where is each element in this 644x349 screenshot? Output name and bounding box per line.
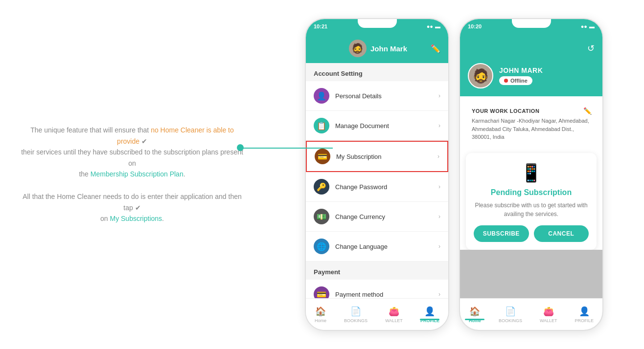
phone1-header-center: 🧔 John Mark bbox=[349, 40, 407, 57]
nav-profile-1[interactable]: 👤 PROFILE bbox=[420, 306, 439, 323]
phone1-body: Account Setting 👤 Personal Details › 📋 M… bbox=[306, 63, 448, 298]
subscribe-button[interactable]: SUBSCRIBE bbox=[474, 225, 529, 242]
arrow-icon: › bbox=[437, 153, 439, 160]
offline-text: Offline bbox=[510, 78, 528, 84]
battery-icon-2: ▬ bbox=[589, 23, 595, 29]
profile-info: JOHN MARK Offline bbox=[499, 66, 595, 85]
pending-title: Pending Subscription bbox=[474, 188, 589, 197]
avatar-2: 🧔 bbox=[468, 63, 493, 88]
wallet-icon: 👛 bbox=[389, 306, 399, 317]
nav-wallet-label: WALLET bbox=[385, 318, 403, 323]
personal-details-label: Personal Details bbox=[335, 92, 438, 100]
nav-wallet-2[interactable]: 👛 WALLET bbox=[540, 306, 557, 323]
menu-item-manage-document[interactable]: 📋 Manage Document › bbox=[306, 111, 448, 141]
signal-icon-2: ●● bbox=[581, 23, 587, 29]
payment-method-label: Payment method bbox=[335, 291, 438, 298]
profile-name: JOHN MARK bbox=[499, 66, 595, 74]
phone-2: 10:20 ●● ▬ ↺ 🧔 JOHN MARK Offline bbox=[459, 18, 603, 331]
status-right-1: ●● ▬ bbox=[427, 23, 440, 29]
currency-label: Change Currency bbox=[335, 213, 438, 220]
modal-buttons: SUBSCRIBE CANCEL bbox=[474, 225, 589, 242]
check-icon-2: ✔ bbox=[135, 204, 141, 212]
avatar-1: 🧔 bbox=[349, 40, 367, 57]
arrow-icon: › bbox=[438, 213, 440, 220]
nav-home-2[interactable]: 🏠 Home bbox=[469, 306, 481, 323]
menu-item-change-language[interactable]: 🌐 Change Language › bbox=[306, 232, 448, 262]
work-location-address: Karmachari Nagar -Khodiyar Nagar, Ahmeda… bbox=[472, 117, 591, 141]
phone2-profile: 🧔 JOHN MARK Offline bbox=[460, 63, 602, 96]
nav-wallet-label-2: WALLET bbox=[540, 318, 557, 323]
home-icon-2: 🏠 bbox=[469, 306, 480, 317]
arrow-icon: › bbox=[438, 243, 440, 250]
menu-item-change-currency[interactable]: 💵 Change Currency › bbox=[306, 202, 448, 232]
account-setting-label: Account Setting bbox=[306, 63, 448, 81]
manage-doc-icon: 📋 bbox=[314, 118, 329, 133]
phone1-username: John Mark bbox=[370, 44, 407, 53]
nav-bookings-label-2: BOOKINGS bbox=[499, 318, 522, 323]
pending-modal: 📱 Pending Subscription Please subscribe … bbox=[466, 153, 597, 250]
language-icon: 🌐 bbox=[314, 239, 329, 254]
currency-icon: 💵 bbox=[314, 209, 329, 224]
arrow-icon: › bbox=[438, 92, 440, 99]
password-icon: 🔑 bbox=[314, 179, 329, 195]
bottom-nav-1: 🏠 Home 📄 BOOKINGS 👛 WALLET 👤 PROFILE bbox=[306, 298, 448, 330]
battery-icon: ▬ bbox=[435, 23, 440, 29]
left-content: The unique feature that will ensure that… bbox=[0, 0, 264, 349]
phone-1: 10:21 ●● ▬ 🧔 John Mark ✏️ Account Settin… bbox=[305, 18, 449, 331]
phone1-header: 🧔 John Mark ✏️ bbox=[306, 34, 448, 63]
subscription-icon: 💳 bbox=[315, 149, 330, 164]
menu-item-payment-method[interactable]: 💳 Payment method › bbox=[306, 280, 448, 298]
personal-details-icon: 👤 bbox=[314, 88, 329, 104]
nav-wallet-1[interactable]: 👛 WALLET bbox=[385, 306, 403, 323]
nav-indicator bbox=[420, 319, 439, 320]
menu-item-change-password[interactable]: 🔑 Change Password › bbox=[306, 172, 448, 202]
phone-notch-2 bbox=[512, 19, 551, 28]
menu-item-personal-details[interactable]: 👤 Personal Details › bbox=[306, 81, 448, 111]
check-icon-1: ✔ bbox=[141, 137, 147, 145]
wallet-icon-2: 👛 bbox=[543, 306, 554, 317]
arrow-icon: › bbox=[438, 291, 440, 298]
phone-notch-1 bbox=[358, 19, 397, 28]
connector-line bbox=[240, 148, 333, 149]
modal-icon-container: 📱 bbox=[474, 163, 589, 183]
manage-doc-label: Manage Document bbox=[335, 122, 438, 130]
cancel-button[interactable]: CANCEL bbox=[534, 225, 589, 242]
edit-icon-1[interactable]: ✏️ bbox=[431, 44, 440, 53]
profile-icon: 👤 bbox=[424, 306, 435, 317]
subscription-label: My Subscription bbox=[336, 153, 437, 160]
paragraph-1: The unique feature that will ensure that… bbox=[20, 125, 245, 179]
work-edit-icon[interactable]: ✏️ bbox=[583, 107, 592, 115]
payment-icon: 💳 bbox=[314, 286, 329, 298]
connector-dot bbox=[237, 144, 244, 151]
nav-home-1[interactable]: 🏠 Home bbox=[315, 306, 326, 323]
phone2-header: ↺ bbox=[460, 34, 602, 63]
nav-profile-label-2: PROFILE bbox=[575, 318, 594, 323]
pending-desc: Please subscribe with us to get started … bbox=[474, 201, 589, 218]
offline-dot bbox=[504, 79, 508, 83]
status-time-2: 10:20 bbox=[468, 23, 482, 29]
status-time-1: 10:21 bbox=[314, 23, 327, 29]
nav-bookings-1[interactable]: 📄 BOOKINGS bbox=[344, 306, 368, 323]
nav-indicator-2 bbox=[465, 319, 484, 320]
nav-home-label: Home bbox=[315, 318, 326, 323]
password-label: Change Password bbox=[335, 183, 438, 191]
subscription-modal-icon: 📱 bbox=[520, 163, 542, 183]
bookings-icon: 📄 bbox=[350, 306, 361, 317]
signal-icon: ●● bbox=[427, 23, 433, 29]
offline-badge: Offline bbox=[499, 76, 532, 85]
menu-item-my-subscription[interactable]: 💳 My Subscription › bbox=[306, 141, 448, 172]
bottom-nav-2: 🏠 Home 📄 BOOKINGS 👛 WALLET 👤 PROFILE bbox=[460, 298, 602, 330]
paragraph-2: All that the Home Cleaner needs to do is… bbox=[20, 191, 245, 224]
phones-container: 10:21 ●● ▬ 🧔 John Mark ✏️ Account Settin… bbox=[264, 8, 644, 341]
work-location-title: YOUR WORK LOCATION bbox=[472, 108, 591, 114]
refresh-icon[interactable]: ↺ bbox=[587, 43, 595, 54]
nav-profile-2[interactable]: 👤 PROFILE bbox=[575, 306, 594, 323]
bookings-icon-2: 📄 bbox=[505, 306, 516, 317]
language-label: Change Language bbox=[335, 243, 438, 250]
nav-bookings-2[interactable]: 📄 BOOKINGS bbox=[499, 306, 522, 323]
work-location-card: YOUR WORK LOCATION Karmachari Nagar -Kho… bbox=[466, 102, 597, 147]
arrow-icon: › bbox=[438, 183, 440, 190]
nav-bookings-label: BOOKINGS bbox=[344, 318, 368, 323]
arrow-icon: › bbox=[438, 122, 440, 129]
status-right-2: ●● ▬ bbox=[581, 23, 595, 29]
